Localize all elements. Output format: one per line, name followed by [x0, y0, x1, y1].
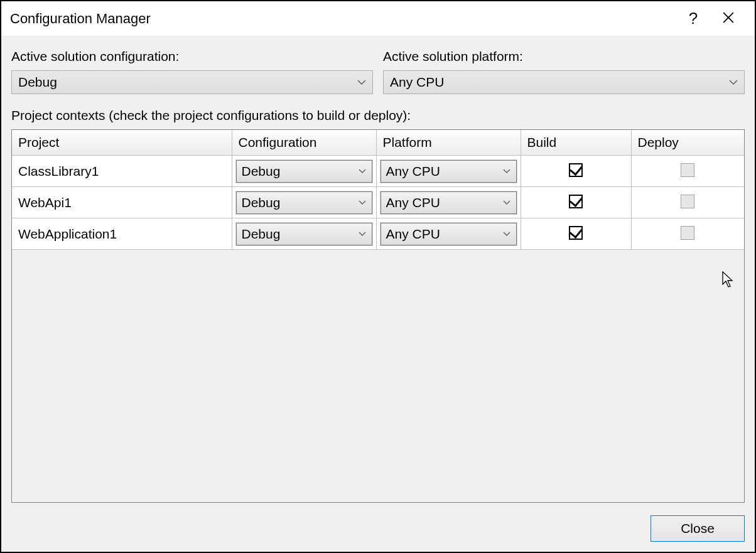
project-name: WebApplication1 [12, 227, 232, 242]
close-icon [723, 11, 734, 27]
table-row: ClassLibrary1DebugAny CPU [12, 156, 744, 187]
deploy-checkbox [681, 195, 694, 208]
row-configuration-value: Debug [242, 195, 358, 210]
table-row: WebApplication1DebugAny CPU [12, 218, 744, 250]
top-selectors: Active solution configuration: Debug Act… [11, 49, 745, 94]
header-configuration[interactable]: Configuration [232, 130, 376, 156]
project-table: Project Configuration Platform Build Dep… [12, 130, 744, 250]
chevron-down-icon [358, 230, 367, 239]
active-platform-group: Active solution platform: Any CPU [383, 49, 745, 94]
active-config-label: Active solution configuration: [11, 49, 373, 64]
row-platform-combo[interactable]: Any CPU [381, 191, 517, 214]
chevron-down-icon [502, 198, 511, 207]
deploy-checkbox [681, 163, 694, 177]
chevron-down-icon [502, 230, 511, 239]
row-platform-value: Any CPU [386, 195, 502, 210]
build-checkbox[interactable] [569, 195, 583, 208]
close-button-label: Close [681, 521, 715, 536]
row-configuration-value: Debug [242, 164, 358, 179]
row-configuration-combo[interactable]: Debug [236, 223, 372, 245]
row-platform-value: Any CPU [386, 164, 502, 179]
active-platform-combo[interactable]: Any CPU [383, 70, 745, 94]
header-project[interactable]: Project [12, 130, 232, 156]
titlebar: Configuration Manager ? [1, 1, 755, 36]
row-configuration-value: Debug [242, 227, 358, 242]
row-platform-combo[interactable]: Any CPU [381, 223, 517, 245]
chevron-down-icon [358, 198, 367, 207]
grid-empty-area [12, 250, 744, 503]
help-button[interactable]: ? [676, 1, 711, 36]
row-configuration-combo[interactable]: Debug [236, 160, 372, 183]
close-window-button[interactable] [711, 1, 746, 36]
active-platform-label: Active solution platform: [383, 49, 745, 64]
deploy-checkbox [681, 226, 694, 240]
active-config-group: Active solution configuration: Debug [11, 49, 373, 94]
build-checkbox[interactable] [569, 226, 583, 240]
header-deploy[interactable]: Deploy [631, 130, 744, 156]
project-contexts-label: Project contexts (check the project conf… [11, 108, 745, 123]
chevron-down-icon [358, 167, 367, 176]
header-build[interactable]: Build [521, 130, 631, 156]
table-row: WebApi1DebugAny CPU [12, 187, 744, 218]
active-config-value: Debug [18, 75, 357, 90]
project-name: ClassLibrary1 [12, 164, 232, 179]
row-configuration-combo[interactable]: Debug [236, 191, 372, 214]
help-icon: ? [689, 9, 698, 28]
row-platform-combo[interactable]: Any CPU [381, 160, 517, 183]
row-platform-value: Any CPU [386, 227, 502, 242]
close-button[interactable]: Close [651, 515, 745, 542]
chevron-down-icon [357, 78, 366, 87]
table-header-row: Project Configuration Platform Build Dep… [12, 130, 744, 156]
chevron-down-icon [729, 78, 738, 87]
active-platform-value: Any CPU [390, 75, 729, 90]
active-config-combo[interactable]: Debug [11, 70, 373, 94]
dialog-footer: Close [11, 503, 745, 542]
build-checkbox[interactable] [569, 163, 583, 177]
project-contexts-grid: Project Configuration Platform Build Dep… [11, 129, 745, 503]
configuration-manager-dialog: Configuration Manager ? Active solution … [0, 0, 756, 553]
content-area: Active solution configuration: Debug Act… [1, 36, 755, 552]
header-platform[interactable]: Platform [376, 130, 521, 156]
window-title: Configuration Manager [10, 11, 676, 27]
project-name: WebApi1 [12, 195, 232, 210]
chevron-down-icon [502, 167, 511, 176]
